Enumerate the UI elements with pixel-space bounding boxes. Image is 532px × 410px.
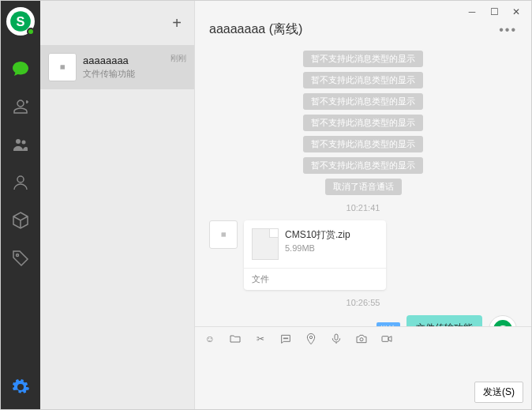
timestamp: 10:21:41: [347, 203, 380, 213]
svg-point-13: [360, 338, 363, 341]
nav-cube-icon[interactable]: [8, 208, 33, 233]
svg-point-8: [283, 338, 284, 339]
user-avatar[interactable]: S: [6, 7, 35, 36]
file-card[interactable]: CMS10打赏.zip 5.99MB 文件: [244, 220, 386, 290]
svg-point-5: [17, 254, 19, 257]
folder-icon[interactable]: [228, 332, 242, 346]
window-controls: ─ ☐ ✕: [457, 1, 531, 23]
nav-settings-icon[interactable]: [8, 374, 33, 400]
svg-point-9: [285, 338, 286, 339]
svg-rect-12: [335, 334, 338, 340]
add-conversation-button[interactable]: +: [167, 13, 186, 32]
minimize-button[interactable]: ─: [462, 4, 482, 20]
camera-icon[interactable]: [354, 332, 369, 346]
scissors-icon[interactable]: ✂: [253, 332, 268, 346]
svg-point-10: [287, 338, 287, 339]
svg-rect-14: [382, 337, 388, 342]
nav-contacts-icon[interactable]: [8, 94, 33, 119]
message-avatar[interactable]: S: [489, 315, 517, 326]
conversation-avatar: ▦: [48, 53, 77, 81]
more-icon[interactable]: •••: [499, 23, 517, 37]
conversation-time: 刚刚: [170, 53, 186, 64]
system-pill: 暂不支持此消息类型的显示: [303, 115, 423, 131]
svg-point-3: [22, 141, 26, 145]
message-input[interactable]: [203, 354, 523, 382]
conversation-subtitle: 文件传输功能: [83, 68, 170, 80]
system-pill: 暂不支持此消息类型的显示: [303, 93, 423, 110]
system-pill: 暂不支持此消息类型的显示: [303, 72, 423, 88]
convlist-header: +: [40, 1, 194, 45]
app-window: S + ▦ aaaaaa: [0, 0, 532, 410]
messages-area[interactable]: 暂不支持此消息类型的显示 暂不支持此消息类型的显示 暂不支持此消息类型的显示 暂…: [195, 47, 531, 326]
send-button[interactable]: 发送(S): [474, 382, 523, 403]
maximize-button[interactable]: ☐: [484, 4, 504, 20]
emoji-icon[interactable]: ☺: [203, 332, 217, 346]
system-pill: 暂不支持此消息类型的显示: [303, 51, 423, 67]
file-icon: [252, 228, 279, 260]
nav-group-icon[interactable]: [8, 132, 33, 157]
system-pill: 取消了语音通话: [325, 179, 402, 195]
nav-chat-icon[interactable]: [8, 56, 33, 81]
file-name: CMS10打赏.zip: [285, 228, 350, 242]
system-pill: 暂不支持此消息类型的显示: [303, 136, 423, 152]
timestamp: 10:26:55: [347, 298, 380, 307]
microphone-icon[interactable]: [329, 332, 343, 346]
system-pill: 暂不支持此消息类型的显示: [303, 157, 423, 174]
message-avatar[interactable]: ▦: [209, 220, 238, 249]
nav-people-icon[interactable]: [8, 170, 33, 195]
compose-toolbar: ☺ ✂: [195, 326, 531, 351]
message-bubble[interactable]: 文件传输功能: [406, 315, 482, 326]
conversation-list: + ▦ aaaaaaaa 文件传输功能 刚刚: [40, 1, 195, 409]
conversation-name: aaaaaaaa: [83, 55, 170, 66]
chat-panel: ─ ☐ ✕ aaaaaaaa (离线) ••• 暂不支持此消息类型的显示 暂不支…: [195, 1, 531, 409]
nav-rail: S: [1, 1, 40, 409]
nav-tag-icon[interactable]: [8, 246, 33, 271]
file-size: 5.99MB: [285, 243, 350, 253]
file-type-label: 文件: [244, 268, 386, 290]
video-icon[interactable]: [380, 332, 394, 346]
location-icon[interactable]: [304, 332, 318, 346]
incoming-message: ▦ CMS10打赏.zip 5.99MB 文件: [209, 220, 517, 290]
conversation-item[interactable]: ▦ aaaaaaaa 文件传输功能 刚刚: [40, 45, 194, 89]
outgoing-message: S 文件传输功能 送达: [209, 315, 517, 326]
chat-title-status: (离线): [269, 22, 303, 36]
status-dot: [27, 28, 35, 36]
close-button[interactable]: ✕: [506, 4, 526, 20]
chat-history-icon[interactable]: [279, 332, 293, 346]
chat-title-name: aaaaaaaa: [209, 22, 265, 36]
compose-area: 发送(S): [195, 351, 531, 409]
svg-point-2: [16, 139, 21, 144]
svg-text:S: S: [17, 14, 25, 28]
svg-point-4: [17, 176, 24, 182]
chat-title: aaaaaaaa (离线): [209, 21, 302, 38]
svg-point-11: [309, 336, 312, 338]
